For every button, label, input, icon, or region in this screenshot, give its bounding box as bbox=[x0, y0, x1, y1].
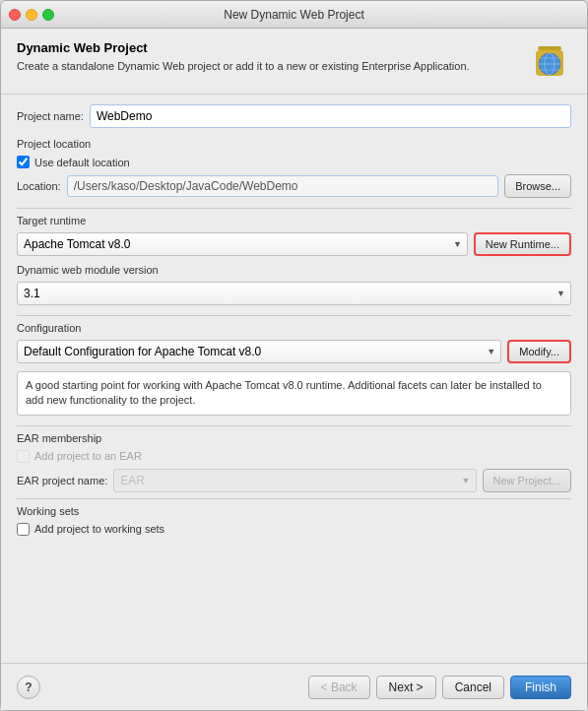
working-sets-checkbox[interactable] bbox=[17, 523, 30, 536]
ear-project-select[interactable]: EAR bbox=[113, 469, 476, 492]
ear-project-row: EAR project name: EAR ▼ New Project... bbox=[17, 469, 571, 492]
modify-button[interactable]: Modify... bbox=[507, 340, 571, 363]
ear-label: EAR membership bbox=[17, 432, 101, 444]
next-button[interactable]: Next > bbox=[376, 676, 436, 699]
target-runtime-section: Target runtime bbox=[17, 215, 571, 226]
separator-1 bbox=[17, 208, 571, 209]
ear-checkbox[interactable] bbox=[17, 450, 30, 463]
working-sets-label: Working sets bbox=[17, 505, 79, 517]
titlebar: New Dynamic Web Project bbox=[1, 1, 587, 29]
location-row: Location: Browse... bbox=[17, 174, 571, 198]
configuration-info: A good starting point for working with A… bbox=[17, 371, 571, 416]
ear-project-wrapper: EAR ▼ bbox=[113, 469, 476, 492]
use-default-row: Use default location bbox=[17, 156, 571, 168]
separator-2 bbox=[17, 315, 571, 316]
ear-checkbox-row: Add project to an EAR bbox=[17, 450, 571, 463]
globe-icon bbox=[528, 40, 571, 84]
button-bar: ? < Back Next > Cancel Finish bbox=[1, 663, 587, 710]
target-runtime-select[interactable]: Apache Tomcat v8.0 bbox=[17, 232, 468, 256]
minimize-button[interactable] bbox=[26, 9, 37, 21]
location-label: Location: bbox=[17, 180, 61, 192]
dialog-header: Dynamic Web Project Create a standalone … bbox=[1, 29, 587, 95]
configuration-wrapper: Default Configuration for Apache Tomcat … bbox=[17, 340, 501, 363]
target-runtime-wrapper: Apache Tomcat v8.0 ▼ bbox=[17, 232, 468, 256]
finish-button[interactable]: Finish bbox=[510, 676, 571, 699]
separator-3 bbox=[17, 425, 571, 426]
use-default-checkbox[interactable] bbox=[17, 156, 30, 168]
help-button[interactable]: ? bbox=[17, 676, 40, 699]
use-default-label: Use default location bbox=[34, 157, 130, 168]
dialog-subtitle: Create a standalone Dynamic Web project … bbox=[17, 59, 470, 74]
ear-checkbox-label: Add project to an EAR bbox=[34, 450, 142, 462]
new-project-button[interactable]: New Project... bbox=[483, 469, 571, 492]
close-button[interactable] bbox=[9, 9, 21, 21]
back-button[interactable]: < Back bbox=[308, 676, 370, 699]
ear-section: EAR membership bbox=[17, 432, 571, 444]
maximize-button[interactable] bbox=[42, 9, 54, 21]
web-module-select[interactable]: 3.1 3.0 2.5 bbox=[17, 282, 571, 305]
browse-button[interactable]: Browse... bbox=[504, 174, 571, 198]
configuration-row: Default Configuration for Apache Tomcat … bbox=[17, 340, 571, 363]
working-sets-row: Add project to working sets bbox=[17, 523, 571, 536]
location-input[interactable] bbox=[67, 175, 498, 197]
new-runtime-button[interactable]: New Runtime... bbox=[474, 232, 571, 256]
configuration-select[interactable]: Default Configuration for Apache Tomcat … bbox=[17, 340, 501, 363]
svg-rect-0 bbox=[538, 46, 561, 50]
target-runtime-row: Apache Tomcat v8.0 ▼ New Runtime... bbox=[17, 232, 571, 256]
target-runtime-label: Target runtime bbox=[17, 215, 86, 226]
configuration-label: Configuration bbox=[17, 322, 81, 334]
working-sets-checkbox-label: Add project to working sets bbox=[34, 523, 164, 535]
dialog-title: Dynamic Web Project bbox=[17, 40, 470, 55]
web-module-label: Dynamic web module version bbox=[17, 264, 159, 276]
web-module-section: Dynamic web module version bbox=[17, 264, 571, 276]
window-title: New Dynamic Web Project bbox=[224, 8, 364, 22]
working-sets-section: Working sets bbox=[17, 505, 571, 517]
header-text: Dynamic Web Project Create a standalone … bbox=[17, 40, 470, 74]
form-scroll-area: Project name: Project location Use defau… bbox=[1, 95, 587, 663]
web-module-wrapper: 3.1 3.0 2.5 ▼ bbox=[17, 282, 571, 305]
traffic-lights bbox=[9, 9, 54, 21]
ear-project-label: EAR project name: bbox=[17, 475, 107, 486]
cancel-button[interactable]: Cancel bbox=[442, 676, 504, 699]
project-name-label: Project name: bbox=[17, 110, 84, 122]
project-location-label: Project location bbox=[17, 138, 91, 150]
project-name-row: Project name: bbox=[17, 104, 571, 128]
configuration-section: Configuration bbox=[17, 322, 571, 334]
separator-4 bbox=[17, 498, 571, 499]
project-name-input[interactable] bbox=[90, 104, 571, 128]
project-location-section: Project location bbox=[17, 138, 571, 150]
